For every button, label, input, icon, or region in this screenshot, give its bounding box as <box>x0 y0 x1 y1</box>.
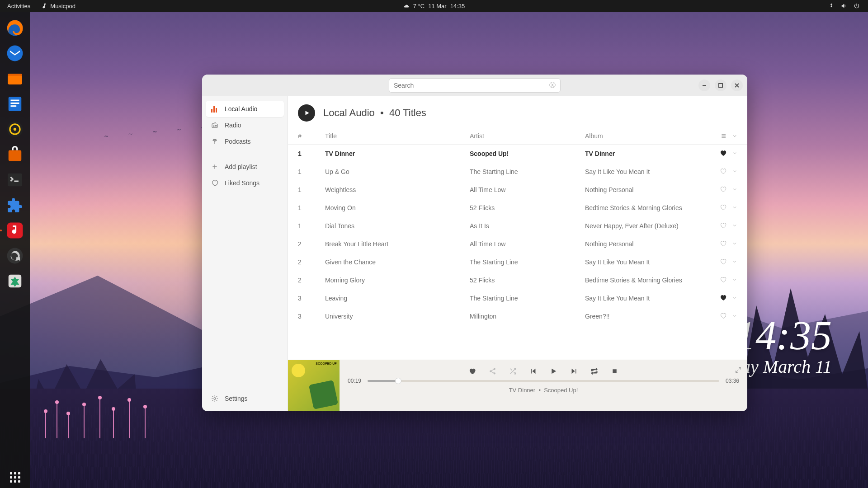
dock-terminal[interactable] <box>4 169 26 191</box>
panel-clock[interactable]: 7 °C 11 Mar 14:35 <box>403 3 465 9</box>
sidebar-item-local-audio[interactable]: Local Audio <box>206 101 284 117</box>
svg-point-19 <box>214 140 216 141</box>
table-row[interactable]: 1TV DinnerScooped Up!TV Dinner <box>288 145 747 163</box>
col-header-artist[interactable]: Artist <box>470 132 585 140</box>
activities-button[interactable]: Activities <box>7 3 30 9</box>
dock <box>0 12 30 488</box>
clear-search-icon[interactable]: ⓧ <box>549 81 556 89</box>
table-row[interactable]: 2Break Your Little HeartAll Time LowNoth… <box>288 235 747 253</box>
svg-point-18 <box>215 125 217 127</box>
table-row[interactable]: 2Given the ChanceThe Starting LineSay It… <box>288 253 747 271</box>
panel-app-indicator[interactable]: Musicpod <box>41 3 75 9</box>
dock-thunderbird[interactable] <box>4 42 26 64</box>
dock-rhythmbox[interactable] <box>4 118 26 140</box>
track-menu-button[interactable] <box>732 222 737 230</box>
search-field[interactable]: ⓧ <box>389 78 561 93</box>
table-row[interactable]: 3LeavingThe Starting LineSay It Like You… <box>288 289 747 307</box>
sidebar-liked-songs[interactable]: Liked Songs <box>206 175 284 191</box>
like-track-button[interactable] <box>720 258 726 266</box>
track-menu-button[interactable] <box>732 186 737 193</box>
track-number: 1 <box>298 186 325 193</box>
minimize-button[interactable] <box>698 80 710 91</box>
maximize-button[interactable] <box>715 80 726 91</box>
like-track-button[interactable] <box>720 294 726 302</box>
search-input[interactable] <box>394 82 549 89</box>
next-button[interactable] <box>570 367 578 375</box>
sidebar-add-playlist[interactable]: Add playlist <box>206 159 284 175</box>
track-number: 1 <box>298 150 325 157</box>
col-header-album[interactable]: Album <box>585 132 706 140</box>
track-title: Moving On <box>325 204 470 211</box>
table-row[interactable]: 1Dial TonesAs It IsNever Happy, Ever Aft… <box>288 217 747 235</box>
like-track-button[interactable] <box>720 186 726 194</box>
close-button[interactable] <box>731 80 743 91</box>
track-title: Morning Glory <box>325 277 470 284</box>
like-track-button[interactable] <box>720 312 726 320</box>
time-total: 03:36 <box>726 378 739 384</box>
svg-rect-5 <box>11 100 19 101</box>
like-button[interactable] <box>468 367 476 375</box>
track-menu-button[interactable] <box>732 150 737 157</box>
track-list[interactable]: 1TV DinnerScooped Up!TV Dinner1Up & GoTh… <box>288 145 747 360</box>
sidebar-item-radio[interactable]: Radio <box>206 117 284 133</box>
previous-button[interactable] <box>529 367 537 375</box>
dock-show-apps[interactable] <box>4 466 26 488</box>
table-row[interactable]: 1Up & GoThe Starting LineSay It Like You… <box>288 163 747 181</box>
expand-player-button[interactable] <box>735 366 742 375</box>
stop-button[interactable] <box>611 367 618 375</box>
sidebar-settings[interactable]: Settings <box>206 390 284 407</box>
track-title: University <box>325 313 470 320</box>
chevron-down-icon[interactable] <box>732 133 737 139</box>
podcasts-icon <box>211 138 218 145</box>
track-menu-button[interactable] <box>732 168 737 175</box>
repeat-button[interactable] <box>590 367 598 375</box>
power-icon[interactable] <box>854 3 860 9</box>
track-artist: Millington <box>470 313 585 320</box>
col-header-title[interactable]: Title <box>325 132 470 140</box>
track-menu-button[interactable] <box>732 295 737 302</box>
track-menu-button[interactable] <box>732 240 737 248</box>
like-track-button[interactable] <box>720 150 726 158</box>
album-cover[interactable]: SCOOPED UP <box>288 360 340 411</box>
dock-puzzle-app[interactable] <box>4 194 26 216</box>
track-number: 1 <box>298 168 325 175</box>
dock-files[interactable] <box>4 68 26 89</box>
titlebar[interactable]: ⓧ <box>202 75 747 96</box>
dock-software-store[interactable] <box>4 144 26 165</box>
progress-bar[interactable] <box>368 380 719 382</box>
play-button[interactable] <box>550 367 557 375</box>
dock-libreoffice-writer[interactable] <box>4 93 26 115</box>
like-track-button[interactable] <box>720 276 726 284</box>
like-track-button[interactable] <box>720 168 726 176</box>
top-panel: Activities Musicpod 7 °C 11 Mar 14:35 <box>0 0 868 12</box>
table-row[interactable]: 1WeightlessAll Time LowNothing Personal <box>288 181 747 199</box>
table-row[interactable]: 2Morning Glory52 FlicksBedtime Stories &… <box>288 271 747 289</box>
now-playing: TV Dinner • Scooped Up! <box>348 384 739 394</box>
dock-trash[interactable] <box>4 270 26 292</box>
like-track-button[interactable] <box>720 204 726 212</box>
svg-point-22 <box>490 370 491 372</box>
list-view-icon[interactable] <box>719 132 726 140</box>
track-number: 2 <box>298 277 325 284</box>
sidebar-item-podcasts[interactable]: Podcasts <box>206 133 284 150</box>
track-menu-button[interactable] <box>732 313 737 320</box>
track-album: Say It Like You Mean It <box>585 258 706 266</box>
table-row[interactable]: 1Moving On52 FlicksBedtime Stories & Mor… <box>288 199 747 217</box>
dock-software-updater[interactable] <box>4 245 26 267</box>
track-album: Nothing Personal <box>585 186 706 193</box>
dock-musicpod[interactable] <box>4 220 26 241</box>
like-track-button[interactable] <box>720 222 726 230</box>
track-menu-button[interactable] <box>732 204 737 211</box>
table-row[interactable]: 3UniversityMillingtonGreen?!! <box>288 307 747 325</box>
track-menu-button[interactable] <box>732 258 737 266</box>
col-header-num[interactable]: # <box>298 132 325 140</box>
volume-icon[interactable] <box>841 3 847 9</box>
shuffle-button[interactable] <box>509 367 517 375</box>
track-title: Given the Chance <box>325 258 470 266</box>
like-track-button[interactable] <box>720 240 726 248</box>
play-all-button[interactable] <box>298 104 315 122</box>
network-icon[interactable] <box>828 3 835 9</box>
dock-firefox[interactable] <box>4 17 26 39</box>
track-menu-button[interactable] <box>732 277 737 284</box>
share-button[interactable] <box>489 367 496 375</box>
